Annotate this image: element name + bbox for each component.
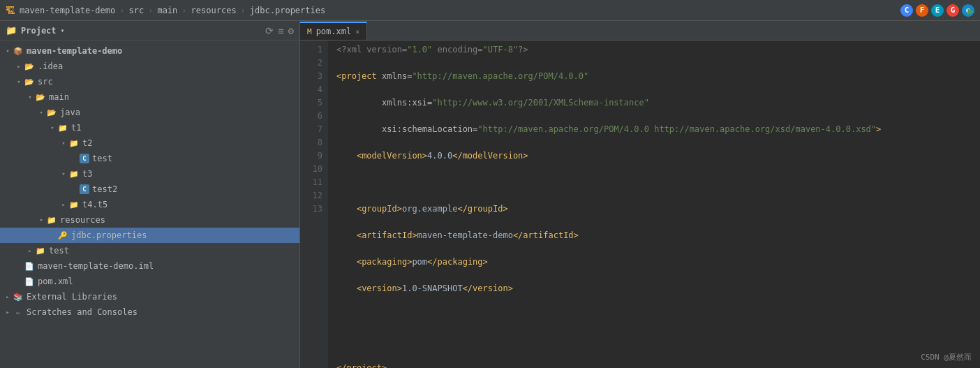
- breadcrumb-sep-1: ›: [119, 6, 124, 15]
- title-bar: 🏗 maven-template-demo › src › main › res…: [0, 0, 980, 21]
- caret-t4t5: [59, 200, 68, 209]
- tree-item-test-folder[interactable]: 📁 test: [0, 243, 299, 258]
- tree-label-pomxml: pom.xml: [38, 277, 73, 286]
- tree-item-main[interactable]: 📂 main: [0, 89, 299, 105]
- tree-item-test2[interactable]: C test2: [0, 182, 299, 197]
- class-test-icon: C: [80, 154, 89, 163]
- tree-item-jdbc[interactable]: 🔑 jdbc.properties: [0, 228, 299, 243]
- collapse-icon[interactable]: ≡: [278, 25, 283, 36]
- tree-label-idea: .idea: [38, 61, 63, 71]
- tree-label-ext-libs: External Libraries: [27, 292, 117, 302]
- tree-label-scratches: Scratches and Consoles: [27, 307, 138, 317]
- tree-label-test2: test2: [92, 184, 117, 194]
- panel-title: Project: [21, 26, 57, 36]
- folder-test-icon: 📁: [35, 245, 46, 256]
- folder-t3-icon: 📁: [68, 168, 80, 179]
- caret-t2: [59, 138, 68, 148]
- google-icon[interactable]: G: [946, 4, 959, 17]
- folder-main-icon: 📂: [35, 91, 46, 103]
- tree-item-pomxml[interactable]: 📄 pom.xml: [0, 274, 299, 289]
- tree-label-iml: maven-template-demo.iml: [38, 261, 154, 271]
- browser-icons: C F E G e: [900, 4, 974, 17]
- tree-item-src[interactable]: 📂 src: [0, 74, 299, 89]
- tree-item-t4t5[interactable]: 📁 t4.t5: [0, 197, 299, 212]
- caret-main: [25, 92, 35, 102]
- iml-icon: 📄: [24, 260, 35, 272]
- tree-item-test[interactable]: C test: [0, 151, 299, 166]
- run-icon[interactable]: ▶: [967, 4, 974, 17]
- class-test2-icon: C: [80, 184, 89, 194]
- folder-resources-icon: 📁: [46, 214, 57, 226]
- tree-item-java[interactable]: 📂 java: [0, 105, 299, 120]
- tree-label-resources: resources: [60, 215, 105, 225]
- folder-t1-icon: 📁: [57, 122, 68, 133]
- tree-item-root[interactable]: 📦 maven-template-demo: [0, 43, 299, 59]
- breadcrumb-src[interactable]: src: [129, 6, 144, 15]
- code-area: 1 2 3 4 5 6 7 8 9 10 11 12 13 <?xml vers…: [300, 41, 980, 368]
- tab-icon-pom: M: [307, 27, 312, 36]
- main-area: 📁 Project ▾ ⟳ ≡ ⚙ 📦 maven-template-demo: [0, 21, 980, 368]
- tree-label-java: java: [60, 108, 80, 117]
- properties-icon: 🔑: [57, 230, 68, 241]
- caret-t1: [47, 123, 57, 133]
- sync-icon[interactable]: ⟳: [265, 25, 274, 36]
- tree-item-t2[interactable]: 📁 t2: [0, 135, 299, 151]
- tree-label-t3: t3: [82, 169, 92, 179]
- chrome-icon[interactable]: C: [900, 4, 913, 17]
- folder-idea-icon: 📂: [24, 61, 35, 72]
- caret-scratches: [3, 307, 13, 317]
- breadcrumb-sep-2: ›: [148, 6, 153, 15]
- tree-label-t2: t2: [82, 138, 92, 148]
- project-name: maven-template-demo: [20, 6, 115, 15]
- caret-test-folder: [25, 246, 35, 256]
- tree-label-test: test: [92, 154, 112, 163]
- tree-item-t1[interactable]: 📁 t1: [0, 120, 299, 135]
- panel-title-caret[interactable]: ▾: [61, 27, 65, 34]
- folder-src-icon: 📂: [24, 76, 35, 87]
- folder-t2-icon: 📁: [68, 138, 80, 149]
- breadcrumb-main[interactable]: main: [157, 6, 177, 15]
- project-panel: 📁 Project ▾ ⟳ ≡ ⚙ 📦 maven-template-demo: [0, 21, 300, 368]
- tree-label-main: main: [49, 92, 69, 102]
- tab-close-pom[interactable]: ×: [355, 28, 359, 36]
- breadcrumb-file[interactable]: jdbc.properties: [250, 6, 325, 15]
- tree-label-src: src: [38, 77, 53, 87]
- caret-idea: [14, 61, 24, 71]
- scratches-icon: ✏️: [13, 307, 24, 318]
- caret-resources: [36, 215, 46, 225]
- editor-tabs: M pom.xml ×: [300, 21, 980, 41]
- caret-ext-libs: [3, 292, 13, 302]
- breadcrumb-sep-4: ›: [241, 6, 246, 15]
- tab-label-pom: pom.xml: [316, 27, 352, 36]
- module-icon: 📦: [13, 45, 24, 57]
- tree-item-ext-libs[interactable]: 📚 External Libraries: [0, 289, 299, 304]
- project-folder-icon: 📁: [6, 25, 17, 36]
- tree-item-iml[interactable]: 📄 maven-template-demo.iml: [0, 258, 299, 274]
- project-tree: 📦 maven-template-demo 📂 .idea 📂 src: [0, 41, 299, 368]
- panel-actions: ⟳ ≡ ⚙: [265, 25, 294, 36]
- folder-java-icon: 📂: [46, 107, 57, 118]
- caret-t3: [59, 169, 68, 179]
- breadcrumb-resources[interactable]: resources: [191, 6, 237, 15]
- tree-item-scratches[interactable]: ✏️ Scratches and Consoles: [0, 304, 299, 320]
- tree-item-t3[interactable]: 📁 t3: [0, 166, 299, 182]
- editor-area: M pom.xml × 1 2 3 4 5 6 7 8 9 10 11 12 1…: [300, 21, 980, 368]
- folder-t4t5-icon: 📁: [68, 199, 80, 210]
- edge-icon[interactable]: E: [931, 4, 944, 17]
- tree-label-jdbc: jdbc.properties: [71, 230, 147, 240]
- caret-root: [3, 46, 13, 56]
- code-editor[interactable]: <?xml version="1.0" encoding="UTF-8"?> <…: [328, 41, 980, 368]
- project-icon: 🏗: [6, 5, 15, 16]
- watermark: CSDN @夏然而: [921, 352, 972, 362]
- firefox-icon[interactable]: F: [916, 4, 928, 17]
- xml-icon: 📄: [24, 276, 35, 287]
- tree-label-root: maven-template-demo: [27, 46, 122, 56]
- caret-src: [14, 77, 24, 87]
- settings-icon[interactable]: ⚙: [288, 25, 294, 36]
- tree-item-idea[interactable]: 📂 .idea: [0, 59, 299, 74]
- breadcrumb-sep-3: ›: [181, 6, 186, 15]
- tree-label-t1: t1: [71, 123, 81, 133]
- ext-libs-icon: 📚: [13, 291, 24, 302]
- tree-item-resources[interactable]: 📁 resources: [0, 212, 299, 228]
- tab-pomxml[interactable]: M pom.xml ×: [300, 22, 367, 40]
